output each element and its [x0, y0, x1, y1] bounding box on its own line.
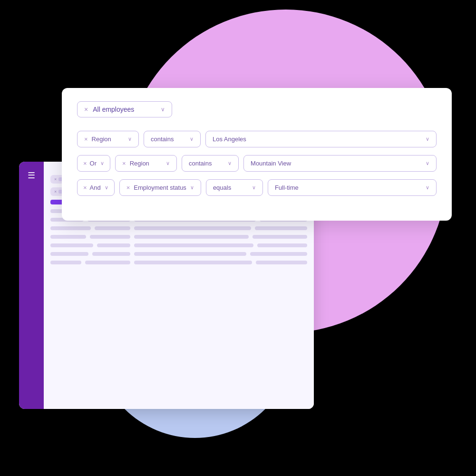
close-icon[interactable]: ×: [122, 160, 126, 167]
chevron-down-icon: ∨: [190, 136, 194, 142]
field-dropdown-2[interactable]: × Region ∨: [115, 155, 177, 172]
employee-dropdown[interactable]: × All employees ∨: [77, 101, 172, 117]
condition-row-1: × Region ∨ contains ∨ Los Angeles ∨: [77, 131, 437, 147]
chevron-down-icon: ∨: [252, 185, 256, 191]
table-row: [50, 261, 307, 266]
chevron-down-icon: ∨: [228, 160, 232, 166]
chevron-down-icon: ∨: [426, 136, 429, 142]
value-dropdown-3[interactable]: Full-time ∨: [268, 179, 437, 196]
hamburger-icon[interactable]: ☰: [28, 170, 35, 181]
value-dropdown-2[interactable]: Mountain View ∨: [243, 155, 437, 172]
field-label: Region: [92, 136, 124, 143]
value-label: Mountain View: [251, 160, 291, 167]
operator-label: contains: [151, 136, 174, 143]
or-prefix-dropdown[interactable]: × Or ∨: [77, 155, 110, 172]
chevron-down-icon: ∨: [190, 185, 194, 191]
field-label: Region: [130, 160, 162, 167]
operator-dropdown-2[interactable]: contains ∨: [182, 155, 239, 172]
operator-label: contains: [189, 160, 212, 167]
chevron-down-icon: ∨: [166, 160, 170, 166]
value-dropdown-1[interactable]: Los Angeles ∨: [205, 131, 437, 147]
close-icon[interactable]: ×: [84, 136, 88, 143]
condition-row-2: × Or ∨ × Region ∨ contains ∨ Mountain Vi…: [77, 155, 437, 172]
table-row: [50, 252, 307, 258]
close-icon[interactable]: ×: [126, 184, 130, 191]
close-icon[interactable]: ×: [83, 184, 87, 191]
close-icon[interactable]: ×: [84, 106, 88, 113]
chevron-down-icon: ∨: [426, 160, 429, 166]
field-dropdown-3[interactable]: × Employment status ∨: [119, 179, 201, 196]
table-row: [50, 235, 307, 241]
prefix-label: And: [90, 184, 101, 191]
and-prefix-dropdown[interactable]: × And ∨: [77, 179, 115, 196]
operator-dropdown-1[interactable]: contains ∨: [144, 131, 201, 147]
condition-row-3: × And ∨ × Employment status ∨ equals ∨ F…: [77, 179, 437, 196]
value-label: Los Angeles: [213, 136, 246, 143]
table-row: [50, 243, 307, 249]
table-row: [50, 226, 307, 232]
prefix-label: Or: [90, 160, 97, 167]
value-label: Full-time: [275, 184, 299, 191]
chevron-down-icon: ∨: [426, 185, 429, 191]
field-dropdown-1[interactable]: × Region ∨: [77, 131, 139, 147]
chevron-down-icon: ∨: [128, 136, 132, 142]
close-icon[interactable]: ×: [83, 160, 87, 167]
field-label: Employment status: [134, 184, 186, 191]
x-icon: ×: [54, 177, 57, 182]
operator-label: equals: [213, 184, 231, 191]
chevron-down-icon: ∨: [161, 106, 165, 113]
operator-dropdown-3[interactable]: equals ∨: [206, 179, 263, 196]
app-sidebar: ☰: [19, 162, 44, 409]
filter-panel: × All employees ∨ × Region ∨ contains ∨ …: [62, 88, 452, 221]
employee-filter-row: × All employees ∨: [77, 101, 437, 117]
chevron-down-icon: ∨: [105, 185, 108, 191]
chevron-down-icon: ∨: [100, 160, 104, 166]
employee-dropdown-label: All employees: [93, 106, 156, 113]
x-icon: ×: [54, 189, 57, 194]
